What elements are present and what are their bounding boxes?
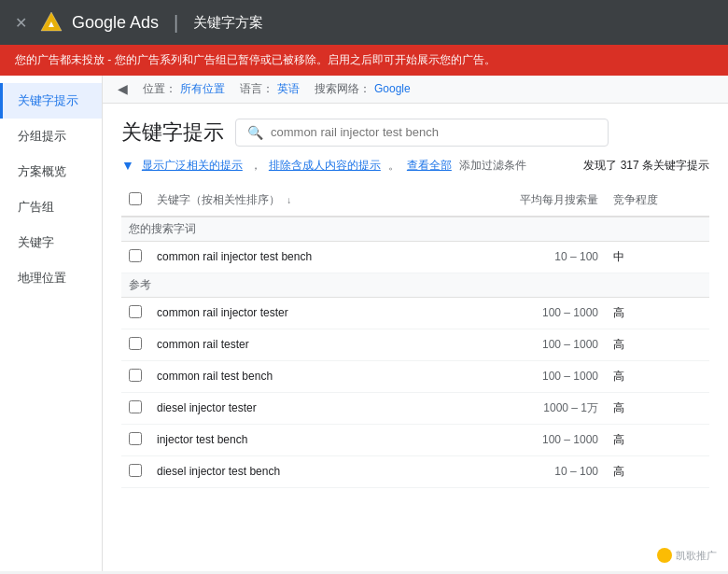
content-area: ◀ 位置： 所有位置 语言： 英语 搜索网络： Google 关键字提示 🔍 bbox=[103, 76, 728, 571]
cell-avg-monthly: 100 – 1000 bbox=[444, 297, 606, 329]
section-label-search: 您的搜索字词 bbox=[121, 217, 709, 242]
table-row: common rail injector test bench 10 – 100… bbox=[121, 241, 709, 273]
section-header-search: 您的搜索字词 bbox=[121, 217, 709, 242]
filter-icon: ▼ bbox=[121, 158, 134, 173]
header-subtitle: 关键字方案 bbox=[193, 14, 263, 32]
alert-text: 您的广告都未投放 - 您的广告系列和广告组已暂停或已被移除。启用之后即可开始展示… bbox=[15, 53, 496, 66]
table-row: diesel injector test bench 10 – 100 高 bbox=[121, 455, 709, 487]
sidebar-item-groups[interactable]: 分组提示 bbox=[0, 119, 102, 154]
col-avg-monthly: 平均每月搜索量 bbox=[444, 185, 606, 217]
watermark-text: 凯歌推广 bbox=[676, 549, 717, 563]
cell-competition: 高 bbox=[606, 329, 709, 360]
watermark-sun-icon bbox=[657, 548, 672, 563]
page-title: 关键字提示 bbox=[121, 119, 224, 147]
select-all-checkbox[interactable] bbox=[129, 192, 142, 205]
cell-competition: 高 bbox=[606, 297, 709, 329]
cell-avg-monthly: 1000 – 1万 bbox=[444, 392, 606, 424]
network-value[interactable]: Google bbox=[374, 82, 411, 95]
language-label: 语言： bbox=[240, 81, 273, 97]
toolbar-bar: ◀ 位置： 所有位置 语言： 英语 搜索网络： Google bbox=[103, 76, 728, 104]
cell-competition: 高 bbox=[606, 455, 709, 487]
app-title: Google Ads bbox=[72, 13, 159, 33]
filter-sep1: ， bbox=[250, 158, 261, 174]
result-count: 发现了 317 条关键字提示 bbox=[583, 158, 709, 174]
table-row: diesel injector tester 1000 – 1万 高 bbox=[121, 392, 709, 424]
google-ads-logo-icon: ▲ bbox=[38, 9, 64, 35]
row-checkbox[interactable] bbox=[129, 400, 142, 413]
cell-competition: 高 bbox=[606, 392, 709, 424]
cell-keyword: diesel injector test bench bbox=[149, 455, 444, 487]
row-checkbox[interactable] bbox=[129, 305, 142, 318]
row-checkbox[interactable] bbox=[129, 432, 142, 445]
sort-icon[interactable]: ↓ bbox=[287, 195, 291, 205]
back-button[interactable]: ◀ bbox=[118, 81, 128, 96]
row-checkbox[interactable] bbox=[129, 369, 142, 382]
section-header-ref: 参考 bbox=[121, 273, 709, 297]
cell-avg-monthly: 100 – 1000 bbox=[444, 424, 606, 455]
cell-avg-monthly: 100 – 1000 bbox=[444, 360, 606, 392]
section-label-ref: 参考 bbox=[121, 273, 709, 297]
main-layout: 关键字提示 分组提示 方案概览 广告组 关键字 地理位置 ◀ 位置： 所有位置 … bbox=[0, 76, 728, 571]
filter-link-all[interactable]: 查看全部 bbox=[407, 158, 452, 174]
location-item: 位置： 所有位置 bbox=[143, 81, 225, 97]
sidebar-item-keyword[interactable]: 关键字 bbox=[0, 225, 102, 260]
cell-avg-monthly: 10 – 100 bbox=[444, 241, 606, 273]
filter-link-adult[interactable]: 排除含成人内容的提示 bbox=[269, 158, 381, 174]
cell-competition: 高 bbox=[606, 360, 709, 392]
sidebar-item-adgroups[interactable]: 广告组 bbox=[0, 189, 102, 225]
col-competition: 竞争程度 bbox=[606, 185, 709, 217]
network-item: 搜索网络： Google bbox=[315, 81, 411, 97]
table-row: injector test bench 100 – 1000 高 bbox=[121, 424, 709, 455]
filter-add-button[interactable]: 添加过滤条件 bbox=[459, 158, 526, 174]
location-value[interactable]: 所有位置 bbox=[180, 81, 225, 97]
sidebar-item-geo[interactable]: 地理位置 bbox=[0, 260, 102, 296]
header-divider: | bbox=[174, 12, 178, 34]
search-input[interactable] bbox=[271, 125, 596, 139]
close-icon[interactable]: ✕ bbox=[15, 14, 27, 32]
content-inner: 关键字提示 🔍 ▼ 显示广泛相关的提示 ， 排除含成人内容的提示 。 查看全部 … bbox=[103, 104, 728, 503]
cell-competition: 中 bbox=[606, 241, 709, 273]
search-icon: 🔍 bbox=[247, 125, 263, 140]
table-row: common rail injector tester 100 – 1000 高 bbox=[121, 297, 709, 329]
alert-banner: 您的广告都未投放 - 您的广告系列和广告组已暂停或已被移除。启用之后即可开始展示… bbox=[0, 45, 728, 76]
location-label: 位置： bbox=[143, 81, 176, 97]
language-value[interactable]: 英语 bbox=[277, 81, 300, 97]
cell-avg-monthly: 10 – 100 bbox=[444, 455, 606, 487]
cell-competition: 高 bbox=[606, 424, 709, 455]
cell-keyword: common rail injector test bench bbox=[149, 241, 444, 273]
language-item: 语言： 英语 bbox=[240, 81, 300, 97]
search-box[interactable]: 🔍 bbox=[235, 119, 609, 147]
filter-row: ▼ 显示广泛相关的提示 ， 排除含成人内容的提示 。 查看全部 添加过滤条件 发… bbox=[121, 158, 709, 174]
table-row: common rail tester 100 – 1000 高 bbox=[121, 329, 709, 360]
sidebar-item-keywords[interactable]: 关键字提示 bbox=[0, 83, 102, 119]
keyword-table: 关键字（按相关性排序） ↓ 平均每月搜索量 竞争程度 您的搜索字词 common… bbox=[121, 185, 709, 488]
row-checkbox[interactable] bbox=[129, 249, 142, 262]
logo-container: ▲ Google Ads bbox=[38, 9, 159, 35]
cell-keyword: common rail test bench bbox=[149, 360, 444, 392]
network-label: 搜索网络： bbox=[315, 81, 371, 97]
cell-keyword: injector test bench bbox=[149, 424, 444, 455]
col-keyword: 关键字（按相关性排序） ↓ bbox=[149, 185, 444, 217]
filter-link-broad[interactable]: 显示广泛相关的提示 bbox=[142, 158, 243, 174]
row-checkbox[interactable] bbox=[129, 337, 142, 350]
sidebar: 关键字提示 分组提示 方案概览 广告组 关键字 地理位置 bbox=[0, 76, 103, 571]
table-row: common rail test bench 100 – 1000 高 bbox=[121, 360, 709, 392]
cell-keyword: diesel injector tester bbox=[149, 392, 444, 424]
app-header: ✕ ▲ Google Ads | 关键字方案 bbox=[0, 0, 728, 45]
row-checkbox[interactable] bbox=[129, 464, 142, 477]
svg-text:▲: ▲ bbox=[47, 19, 56, 29]
filter-sep2: 。 bbox=[388, 158, 399, 174]
watermark: 凯歌推广 bbox=[657, 548, 717, 563]
page-title-row: 关键字提示 🔍 bbox=[121, 119, 709, 147]
cell-keyword: common rail tester bbox=[149, 329, 444, 360]
cell-avg-monthly: 100 – 1000 bbox=[444, 329, 606, 360]
sidebar-item-overview[interactable]: 方案概览 bbox=[0, 154, 102, 189]
cell-keyword: common rail injector tester bbox=[149, 297, 444, 329]
